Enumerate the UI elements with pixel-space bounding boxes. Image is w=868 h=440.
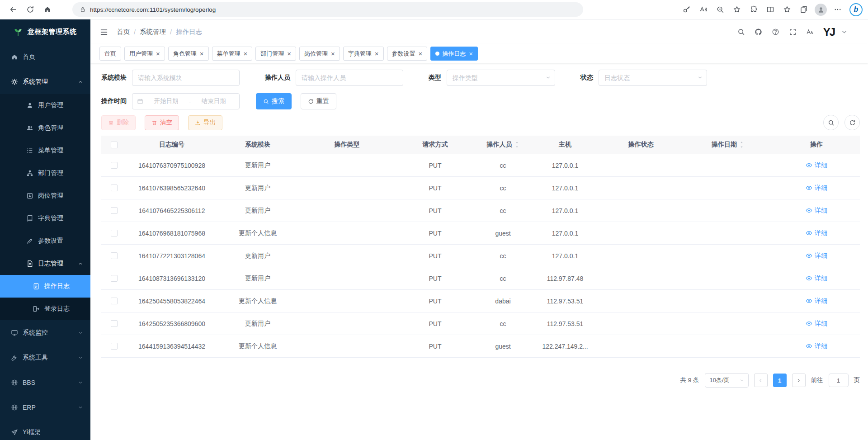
more-icon[interactable] (830, 2, 845, 17)
sidebar-item-dict-management[interactable]: 字典管理 (0, 207, 90, 230)
detail-link[interactable]: 详细 (806, 297, 827, 305)
github-icon[interactable] (755, 28, 762, 36)
tab-dict-management[interactable]: 字典管理× (343, 47, 384, 61)
row-checkbox[interactable] (111, 207, 118, 214)
sidebar-item-param-settings[interactable]: 参数设置 (0, 230, 90, 252)
sidebar-item-yi-framework[interactable]: Yi框架 (0, 420, 90, 440)
search-icon[interactable] (737, 28, 745, 36)
detail-link[interactable]: 详细 (806, 320, 827, 328)
fullscreen-icon[interactable] (789, 28, 797, 36)
read-aloud-icon[interactable] (696, 2, 711, 17)
operator-input[interactable] (296, 70, 403, 86)
extensions-icon[interactable] (746, 2, 761, 17)
detail-link[interactable]: 详细 (806, 229, 827, 237)
tab-home[interactable]: 首页 (99, 47, 121, 61)
add-favorite-icon[interactable] (729, 2, 745, 17)
sidebar-item-role-management[interactable]: 角色管理 (0, 117, 90, 139)
sidebar-item-home[interactable]: 首页 (0, 44, 90, 69)
row-checkbox[interactable] (111, 298, 118, 304)
row-checkbox[interactable] (111, 275, 118, 282)
column-header[interactable]: 操作人员 (475, 136, 531, 154)
sidebar-item-erp[interactable]: ERP (0, 395, 90, 420)
status-select-input[interactable] (599, 70, 707, 86)
detail-link[interactable]: 详细 (806, 342, 827, 350)
sidebar-item-bbs[interactable]: BBS (0, 370, 90, 395)
page-size-select[interactable]: 10条/页 (705, 373, 749, 388)
type-select[interactable] (447, 70, 555, 86)
browser-home-icon[interactable] (40, 2, 55, 17)
detail-link[interactable]: 详细 (806, 207, 827, 215)
tab-param-settings[interactable]: 参数设置× (387, 47, 428, 61)
goto-page-input[interactable] (829, 374, 849, 387)
module-input[interactable] (132, 70, 240, 86)
date-range-picker[interactable]: 开始日期 - 结束日期 (132, 93, 240, 109)
detail-link[interactable]: 详细 (806, 184, 827, 192)
detail-link[interactable]: 详细 (806, 161, 827, 170)
hamburger-icon[interactable] (99, 28, 108, 37)
row-checkbox[interactable] (111, 343, 118, 350)
detail-link[interactable]: 详细 (806, 274, 827, 283)
clear-button[interactable]: 清空 (145, 115, 179, 130)
tab-user-management[interactable]: 用户管理× (124, 47, 165, 61)
close-icon[interactable]: × (331, 50, 335, 57)
sort-icon[interactable] (739, 141, 744, 148)
refresh-table-button[interactable] (844, 115, 860, 130)
profile-avatar[interactable] (815, 4, 827, 16)
tab-dept-management[interactable]: 部门管理× (255, 47, 296, 61)
tab-operation-log[interactable]: 操作日志× (430, 47, 478, 61)
password-key-icon[interactable] (679, 2, 694, 17)
close-icon[interactable]: × (156, 50, 160, 57)
collections-icon[interactable] (796, 2, 811, 17)
tab-post-management[interactable]: 岗位管理× (299, 47, 340, 61)
sidebar-item-operation-log[interactable]: 操作日志 (0, 275, 90, 298)
sidebar-item-system-tools[interactable]: 系统工具 (0, 345, 90, 370)
app-logo[interactable]: 意框架管理系统 (0, 19, 90, 44)
favorites-icon[interactable] (779, 2, 795, 17)
show-search-button[interactable] (823, 115, 839, 130)
bing-icon[interactable]: b (849, 3, 863, 16)
chevron-down-icon[interactable] (840, 28, 848, 38)
row-checkbox[interactable] (111, 230, 118, 237)
back-icon[interactable] (5, 2, 21, 17)
row-checkbox[interactable] (111, 162, 118, 169)
delete-button[interactable]: 删除 (101, 115, 136, 130)
breadcrumb-system[interactable]: 系统管理 (140, 28, 166, 36)
close-icon[interactable]: × (375, 50, 379, 57)
split-screen-icon[interactable] (763, 2, 778, 17)
help-icon[interactable] (772, 28, 779, 36)
zoom-icon[interactable] (712, 2, 728, 17)
row-checkbox[interactable] (111, 185, 118, 191)
close-icon[interactable]: × (419, 50, 423, 57)
font-size-icon[interactable] (806, 28, 814, 36)
reset-button[interactable]: 重置 (301, 93, 336, 109)
close-icon[interactable]: × (200, 50, 204, 57)
sort-icon[interactable] (514, 141, 519, 148)
sidebar-item-login-log[interactable]: 登录日志 (0, 298, 90, 320)
breadcrumb-home[interactable]: 首页 (117, 28, 130, 36)
detail-link[interactable]: 详细 (806, 252, 827, 260)
url-bar[interactable]: https://ccnetcore.com:1101/system/log/op… (72, 2, 583, 17)
export-button[interactable]: 导出 (188, 115, 222, 130)
type-select-input[interactable] (447, 70, 555, 86)
close-icon[interactable]: × (287, 50, 291, 57)
row-checkbox[interactable] (111, 252, 118, 259)
close-icon[interactable]: × (469, 50, 473, 57)
row-checkbox[interactable] (111, 320, 118, 327)
sidebar-item-system-management[interactable]: 系统管理 (0, 69, 90, 94)
status-select[interactable] (599, 70, 707, 86)
page-number-1[interactable]: 1 (773, 374, 787, 387)
column-header[interactable]: 操作日期 (683, 136, 773, 154)
close-icon[interactable]: × (244, 50, 248, 57)
sidebar-item-menu-management[interactable]: 菜单管理 (0, 139, 90, 162)
search-button[interactable]: 搜索 (256, 93, 292, 109)
sidebar-item-system-monitor[interactable]: 系统监控 (0, 320, 90, 345)
select-all-checkbox[interactable] (111, 142, 118, 148)
reload-icon[interactable] (23, 2, 38, 17)
next-page-button[interactable] (792, 374, 806, 387)
sidebar-item-log-management[interactable]: 日志管理 (0, 252, 90, 275)
sidebar-item-post-management[interactable]: 岗位管理 (0, 185, 90, 207)
prev-page-button[interactable] (754, 374, 768, 387)
sidebar-item-user-management[interactable]: 用户管理 (0, 94, 90, 117)
tab-menu-management[interactable]: 菜单管理× (212, 47, 253, 61)
tab-role-management[interactable]: 角色管理× (168, 47, 209, 61)
